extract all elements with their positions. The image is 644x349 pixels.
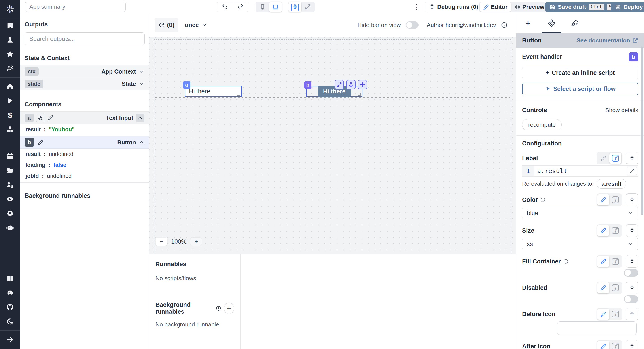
connect-plug-button[interactable] — [626, 224, 638, 237]
create-inline-script-button[interactable]: + Create an inline script — [522, 67, 638, 79]
deploy-button[interactable]: Deploy — [611, 2, 644, 12]
users-icon — [6, 64, 14, 72]
sidebar-item-dark-mode[interactable] — [0, 314, 20, 329]
preview-tab[interactable]: Preview — [511, 2, 548, 12]
connect-plug-button[interactable] — [626, 282, 638, 294]
zoom-out-button[interactable]: − — [156, 237, 168, 246]
eval-mode-button[interactable]: ƒ — [609, 153, 622, 164]
sidebar-item-ai[interactable] — [0, 221, 20, 235]
sidebar-item-home[interactable] — [0, 79, 20, 94]
component-a-canvas-badge[interactable]: a — [183, 81, 190, 89]
event-handler-badge[interactable]: b — [629, 52, 638, 61]
state-row[interactable]: state State — [20, 78, 149, 90]
tab-insert-component[interactable]: + — [516, 13, 540, 33]
app-canvas[interactable]: a Hi there b — [149, 37, 516, 254]
more-menu[interactable]: ⋮ — [413, 2, 420, 12]
label-code-value[interactable]: a.result — [534, 166, 627, 176]
before-icon-input[interactable] — [557, 321, 636, 335]
sidebar-item-runs[interactable] — [0, 94, 20, 108]
eval-mode-button[interactable]: ƒ — [609, 282, 622, 293]
editor-tab[interactable]: Editor — [480, 2, 511, 12]
eval-mode-button[interactable]: ƒ — [609, 309, 622, 320]
sidebar-expand-button[interactable] — [0, 333, 20, 347]
eval-mode-button[interactable]: ƒ — [609, 341, 622, 349]
connect-plug-button[interactable] — [626, 255, 638, 268]
center-layout-button[interactable]: |0| — [288, 2, 302, 12]
component-a-canvas[interactable]: Hi there — [185, 86, 242, 97]
sidebar-item-settings[interactable] — [0, 206, 20, 221]
mobile-view-button[interactable] — [256, 2, 269, 12]
component-a-row[interactable]: a Text Input — [20, 111, 149, 124]
static-mode-button[interactable] — [597, 256, 609, 267]
add-background-runnable-button[interactable]: + — [224, 303, 234, 314]
see-documentation-link[interactable]: See documentation — [576, 37, 638, 44]
search-outputs-input[interactable] — [24, 32, 145, 45]
show-details-link[interactable]: Show details — [605, 107, 638, 114]
static-mode-button[interactable] — [597, 153, 609, 164]
zoom-in-button[interactable]: + — [190, 237, 202, 246]
select-component-a-button[interactable] — [36, 113, 44, 122]
resize-handle[interactable] — [358, 92, 361, 96]
static-mode-button[interactable] — [597, 225, 609, 236]
function-icon: ƒ — [612, 311, 619, 318]
eval-mode-button[interactable]: ƒ — [609, 194, 622, 205]
connect-plug-button[interactable] — [626, 194, 638, 206]
undo-button[interactable] — [217, 2, 232, 12]
tab-styling[interactable] — [563, 13, 587, 33]
sidebar-item-groups[interactable] — [0, 61, 20, 75]
redo-button[interactable] — [232, 2, 248, 12]
connect-plug-button[interactable] — [626, 340, 638, 349]
resize-handle[interactable] — [237, 92, 240, 96]
text-input-value[interactable]: Hi there — [185, 88, 210, 95]
reeval-value-pill[interactable]: a.result — [597, 179, 626, 189]
sidebar-item-audit[interactable] — [0, 192, 20, 206]
sidebar-item-schedules[interactable] — [0, 149, 20, 163]
sidebar-item-user[interactable] — [0, 33, 20, 47]
size-select[interactable]: xs — [522, 238, 638, 250]
app-summary-input[interactable] — [25, 1, 126, 12]
anchor-component-button[interactable] — [346, 80, 356, 89]
move-component-button[interactable] — [358, 80, 367, 89]
hide-bar-toggle[interactable] — [406, 21, 418, 28]
component-b-row[interactable]: b Button — [20, 136, 149, 149]
expand-component-button[interactable] — [334, 80, 344, 89]
label-code-editor[interactable]: 1 a.result — [522, 165, 638, 177]
static-mode-button[interactable] — [597, 309, 609, 320]
sidebar-item-favorites[interactable] — [0, 47, 20, 61]
sidebar-item-folders[interactable] — [0, 163, 20, 178]
recompute-button[interactable]: recompute — [522, 119, 562, 130]
color-select[interactable]: blue — [522, 207, 638, 219]
connect-plug-button[interactable] — [626, 152, 638, 164]
sidebar-item-workspace[interactable] — [0, 18, 20, 33]
windmill-logo[interactable] — [0, 0, 20, 18]
sidebar-item-discord[interactable] — [0, 286, 20, 300]
edit-component-b-button[interactable] — [38, 139, 44, 145]
expand-editor-button[interactable] — [627, 167, 637, 175]
sidebar-item-github[interactable] — [0, 300, 20, 314]
static-mode-button[interactable] — [597, 341, 609, 349]
sidebar-item-docs[interactable] — [0, 272, 20, 286]
static-mode-button[interactable] — [597, 194, 609, 205]
disabled-toggle[interactable] — [624, 295, 638, 303]
debug-runs-button[interactable]: Debug runs (0) — [425, 2, 482, 12]
sidebar-item-resources[interactable] — [0, 122, 20, 136]
component-b-canvas-badge[interactable]: b — [304, 81, 312, 89]
collapse-component-a-button[interactable] — [136, 113, 144, 122]
refresh-mode-select[interactable]: once — [185, 22, 207, 28]
fullwidth-layout-button[interactable] — [302, 2, 314, 12]
refresh-button[interactable]: (0) — [154, 18, 178, 32]
static-mode-button[interactable] — [597, 282, 609, 293]
tab-component-settings[interactable] — [540, 13, 563, 33]
edit-component-a-button[interactable] — [48, 115, 54, 121]
sidebar-item-workers[interactable] — [0, 178, 20, 192]
select-script-button[interactable]: Select a script or flow — [522, 83, 638, 95]
fill-container-toggle[interactable] — [624, 269, 638, 277]
save-draft-button[interactable]: Save draft Ctrl S — [545, 2, 618, 12]
ctx-row[interactable]: ctx App Context — [20, 65, 149, 78]
connect-plug-button[interactable] — [626, 308, 638, 321]
sidebar-item-variables[interactable]: $ — [0, 108, 20, 122]
panel-scrollbar[interactable] — [641, 46, 643, 215]
eval-mode-button[interactable]: ƒ — [609, 225, 622, 236]
desktop-view-button[interactable] — [269, 2, 282, 12]
eval-mode-button[interactable]: ƒ — [609, 256, 622, 267]
